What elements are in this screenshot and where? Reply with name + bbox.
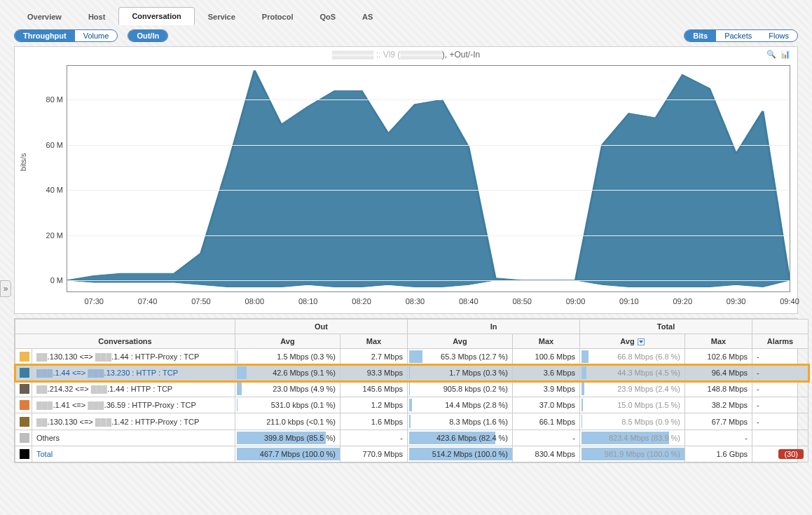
table-row[interactable]: Others399.8 Mbps (85.5 %)-423.6 Mbps (82… [15, 430, 808, 446]
row-value: 905.8 kbps (0.2 %) [408, 381, 513, 397]
row-value: 1.7 Mbps (0.3 %) [408, 365, 513, 381]
table-row[interactable]: Total467.7 Mbps (100.0 %)770.9 Mbps514.2… [15, 446, 808, 462]
row-alarm: - [752, 397, 808, 413]
x-tick: 08:30 [406, 297, 425, 305]
pill-packets[interactable]: Packets [716, 30, 760, 41]
col-max-6[interactable]: Max [685, 334, 752, 349]
row-value: - [513, 430, 580, 446]
x-tick: 08:10 [298, 297, 318, 305]
row-value: 102.6 Mbps [685, 349, 752, 365]
conversation-table: OutInTotalConversationsAvgMaxAvgMaxAvgMa… [14, 318, 798, 463]
row-alarm[interactable]: (30) [752, 446, 808, 462]
chart-title: ▒▒▒▒▒▒▒ :: Vl9 (▒▒▒▒▒▒▒), +Out/-In [15, 50, 797, 60]
tab-protocol[interactable]: Protocol [249, 8, 307, 25]
col-group-blank [15, 320, 235, 334]
col-max-2[interactable]: Max [340, 334, 408, 349]
table-row[interactable]: ▒▒▒.1.44 <=> ▒▒▒.13.230 : HTTP : TCP42.6… [15, 365, 808, 381]
row-alarm: - [752, 349, 808, 365]
row-swatch [15, 413, 32, 430]
row-swatch [15, 381, 32, 397]
col-group-out: Out [235, 320, 408, 334]
row-value: 8.5 Mbps (0.9 %) [580, 413, 685, 430]
row-alarm: - [752, 365, 808, 381]
col-avg-1[interactable]: Avg [235, 334, 340, 349]
row-value: 770.9 Mbps [340, 446, 408, 462]
row-conversation[interactable]: ▒▒.214.32 <=> ▒▒▒.1.44 : HTTP : TCP [32, 381, 235, 397]
x-tick: 07:30 [84, 297, 104, 305]
pill-bits[interactable]: Bits [684, 30, 716, 41]
row-value: 44.3 Mbps (4.5 %) [580, 365, 685, 381]
row-value: 66.1 Mbps [513, 413, 580, 430]
row-swatch [15, 397, 32, 413]
row-value: 148.8 Mbps [685, 381, 752, 397]
col-conversations[interactable]: Conversations [15, 334, 235, 349]
row-conversation[interactable]: ▒▒.130.130 <=> ▒▒▒.1.42 : HTTP-Proxy : T… [32, 413, 235, 430]
row-swatch [15, 446, 32, 462]
row-value: 1.2 Mbps [340, 397, 408, 413]
row-value: 93.3 Mbps [340, 365, 408, 381]
tab-host[interactable]: Host [75, 8, 118, 25]
row-value: 211.0 kbps (<0.1 %) [235, 413, 340, 430]
x-tick: 07:40 [138, 297, 158, 305]
tab-service[interactable]: Service [195, 8, 249, 25]
row-value: 399.8 Mbps (85.5 %) [235, 430, 340, 446]
table-row[interactable]: ▒▒.130.130 <=> ▒▒▒.1.44 : HTTP-Proxy : T… [15, 349, 808, 365]
chart-options-icon[interactable]: 📊 [780, 50, 790, 59]
pill-flows[interactable]: Flows [760, 30, 797, 41]
pill-out-in[interactable]: Out/In [128, 30, 167, 41]
row-value: 14.4 Mbps (2.8 %) [408, 397, 513, 413]
row-conversation[interactable]: ▒▒▒.1.44 <=> ▒▒▒.13.230 : HTTP : TCP [32, 365, 235, 381]
zoom-icon[interactable]: 🔍 [766, 50, 776, 59]
table-row[interactable]: ▒▒▒.1.41 <=> ▒▒▒.36.59 : HTTP-Proxy : TC… [15, 397, 808, 413]
y-tick: 80 M [35, 95, 63, 104]
x-tick: 09:00 [566, 297, 586, 305]
y-axis-label: bits/s [19, 153, 27, 171]
tab-overview[interactable]: Overview [14, 8, 75, 25]
table-row[interactable]: ▒▒.130.130 <=> ▒▒▒.1.42 : HTTP-Proxy : T… [15, 413, 808, 430]
row-conversation[interactable]: ▒▒▒.1.41 <=> ▒▒▒.36.59 : HTTP-Proxy : TC… [32, 397, 235, 413]
y-tick: 60 M [35, 141, 63, 149]
x-tick: 09:20 [673, 297, 692, 305]
table-row[interactable]: ▒▒.214.32 <=> ▒▒▒.1.44 : HTTP : TCP23.0 … [15, 381, 808, 397]
plot-area[interactable]: 0 M20 M40 M60 M80 M07:3007:4007:5008:000… [67, 65, 790, 292]
unit-toggle[interactable]: BitsPacketsFlows [684, 29, 798, 42]
row-conversation[interactable]: ▒▒.130.130 <=> ▒▒▒.1.44 : HTTP-Proxy : T… [32, 349, 235, 365]
expand-sidebar-handle[interactable]: » [0, 280, 11, 297]
row-value: - [340, 430, 408, 446]
tab-qos[interactable]: QoS [306, 8, 349, 25]
pill-throughput[interactable]: Throughput [15, 30, 75, 41]
x-tick: 08:20 [352, 297, 371, 305]
direction-toggle[interactable]: Out/In [128, 29, 168, 42]
control-bar: ThroughputVolume Out/In BitsPacketsFlows [0, 25, 812, 46]
row-value: 100.6 Mbps [513, 349, 580, 365]
col-avg-3[interactable]: Avg [408, 334, 513, 349]
tab-as[interactable]: AS [349, 8, 386, 25]
row-value: 3.6 Mbps [513, 365, 580, 381]
row-value: 423.6 Mbps (82.4 %) [408, 430, 513, 446]
row-value: 23.0 Mbps (4.9 %) [235, 381, 340, 397]
row-value: - [685, 430, 752, 446]
row-value: 830.4 Mbps [513, 446, 580, 462]
row-alarm [752, 430, 808, 446]
row-value: 37.0 Mbps [513, 397, 580, 413]
metric-toggle[interactable]: ThroughputVolume [14, 29, 118, 42]
row-value: 531.0 kbps (0.1 %) [235, 397, 340, 413]
row-conversation[interactable]: Others [32, 430, 235, 446]
col-alarms[interactable]: Alarms [752, 334, 808, 349]
x-tick: 09:40 [780, 297, 799, 305]
row-swatch [15, 430, 32, 446]
col-max-4[interactable]: Max [513, 334, 580, 349]
col-group-in: In [408, 320, 580, 334]
row-value: 15.0 Mbps (1.5 %) [580, 397, 685, 413]
y-tick: 0 M [35, 276, 63, 284]
row-value: 145.6 Mbps [340, 381, 408, 397]
row-conversation[interactable]: Total [32, 446, 235, 462]
row-value: 1.5 Mbps (0.3 %) [235, 349, 340, 365]
col-group-total: Total [580, 320, 752, 334]
tab-conversation[interactable]: Conversation [118, 7, 194, 25]
sort-desc-icon [638, 338, 645, 345]
row-value: 66.8 Mbps (6.8 %) [580, 349, 685, 365]
pill-volume[interactable]: Volume [75, 30, 118, 41]
x-tick: 09:30 [727, 297, 746, 305]
col-avg-5[interactable]: Avg [580, 334, 685, 349]
